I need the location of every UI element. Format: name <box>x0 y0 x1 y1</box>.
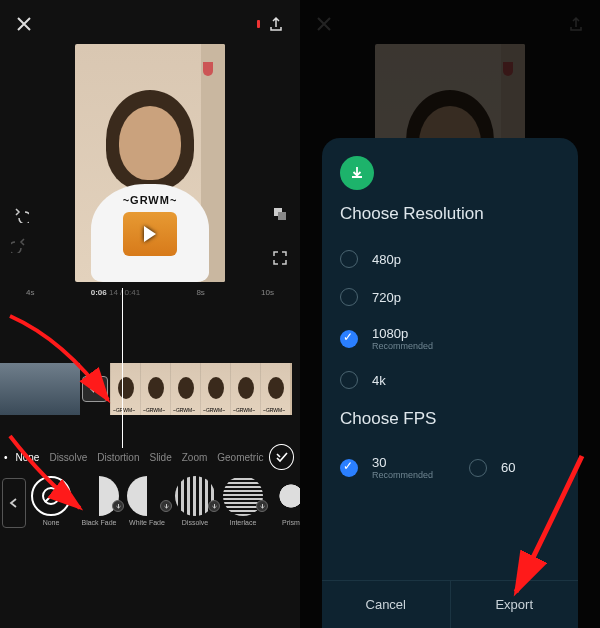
annotation-arrow <box>4 310 144 434</box>
tab-zoom[interactable]: Zoom <box>178 448 212 467</box>
fullscreen-icon[interactable] <box>270 248 290 268</box>
close-icon[interactable] <box>14 14 34 34</box>
tick-label: 10s <box>261 288 274 297</box>
layers-icon[interactable] <box>270 204 290 224</box>
record-indicator <box>257 20 260 28</box>
fps-heading: Choose FPS <box>340 409 560 429</box>
effect-white-fade[interactable]: White Fade <box>124 476 170 526</box>
undo-icon[interactable] <box>10 204 30 224</box>
editor-screen: ~GRWM~ 4s 0:06 14 / 0:41 8s 10s <box>0 0 300 628</box>
res-option-1080p[interactable]: 1080pRecommended <box>340 316 560 361</box>
tab-geometric[interactable]: Geometric <box>213 448 267 467</box>
download-icon[interactable] <box>208 500 220 512</box>
video-preview[interactable]: ~GRWM~ <box>0 44 300 282</box>
res-option-4k[interactable]: 4k <box>340 361 560 399</box>
current-time: 0:06 14 / 0:41 <box>91 288 140 297</box>
tick-label: 4s <box>26 288 34 297</box>
export-icon[interactable] <box>266 14 286 34</box>
redo-icon[interactable] <box>10 234 30 254</box>
res-option-480p[interactable]: 480p <box>340 240 560 278</box>
tab-slide[interactable]: Slide <box>145 448 175 467</box>
cancel-button[interactable]: Cancel <box>322 581 450 628</box>
resolution-heading: Choose Resolution <box>340 204 560 224</box>
timeline-ruler[interactable]: 4s 0:06 14 / 0:41 8s 10s <box>0 288 300 312</box>
fps-option-30[interactable]: 30Recommended <box>340 445 433 490</box>
tick-label: 8s <box>196 288 204 297</box>
effect-interlace[interactable]: Interlace <box>220 476 266 526</box>
annotation-arrow <box>472 450 592 614</box>
export-screen: Choose Resolution 480p 720p 1080pRecomme… <box>300 0 600 628</box>
play-icon[interactable] <box>144 226 156 242</box>
download-icon[interactable] <box>160 500 172 512</box>
svg-rect-1 <box>278 212 286 220</box>
download-icon[interactable] <box>256 500 268 512</box>
effect-prism[interactable]: Prism <box>268 476 300 526</box>
apply-all-button[interactable] <box>269 444 294 470</box>
effect-dissolve[interactable]: Dissolve <box>172 476 218 526</box>
download-icon <box>340 156 374 190</box>
annotation-arrow <box>4 430 114 534</box>
video-caption: ~GRWM~ <box>123 194 178 206</box>
res-option-720p[interactable]: 720p <box>340 278 560 316</box>
